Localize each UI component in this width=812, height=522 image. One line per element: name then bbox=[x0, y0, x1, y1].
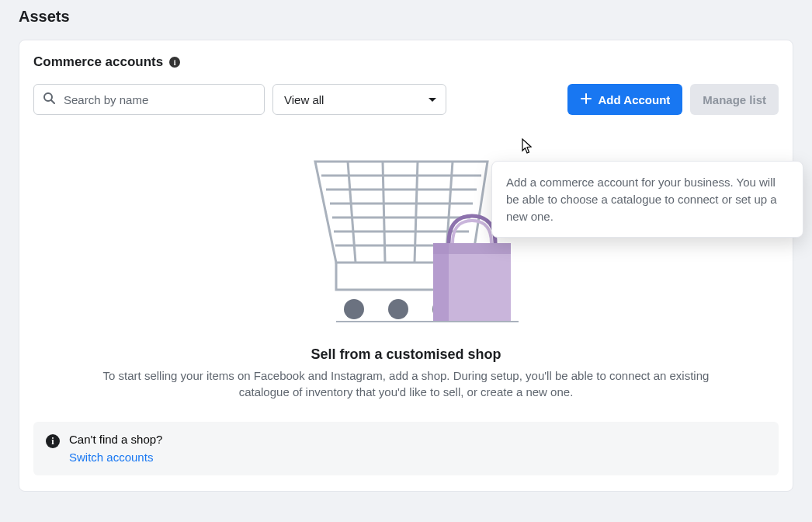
search-wrap bbox=[33, 84, 265, 115]
search-icon bbox=[43, 92, 55, 107]
search-input[interactable] bbox=[33, 84, 265, 115]
manage-list-button[interactable]: Manage list bbox=[690, 84, 779, 115]
card-title: Commerce accounts bbox=[33, 54, 163, 70]
add-account-tooltip: Add a commerce account for your business… bbox=[491, 161, 803, 238]
svg-rect-19 bbox=[433, 243, 449, 321]
svg-line-1 bbox=[51, 100, 54, 103]
empty-state-title: Sell from a customised shop bbox=[33, 346, 779, 363]
help-banner: i Can't find a shop? Switch accounts bbox=[33, 422, 779, 475]
plus-icon bbox=[580, 92, 592, 107]
info-icon: i bbox=[46, 434, 60, 448]
add-account-label: Add Account bbox=[599, 93, 671, 106]
switch-accounts-link[interactable]: Switch accounts bbox=[69, 451, 153, 464]
filter-select[interactable]: View all bbox=[272, 84, 446, 115]
svg-point-14 bbox=[344, 299, 364, 319]
filter-select-button[interactable]: View all bbox=[272, 84, 446, 115]
info-icon[interactable]: i bbox=[169, 57, 180, 68]
card-header: Commerce accounts i bbox=[33, 54, 779, 70]
manage-list-label: Manage list bbox=[703, 93, 766, 106]
svg-point-15 bbox=[388, 299, 408, 319]
add-account-button[interactable]: Add Account bbox=[567, 84, 683, 115]
commerce-accounts-card: Commerce accounts i View all Add Account bbox=[19, 40, 793, 492]
controls-row: View all Add Account Manage list bbox=[33, 84, 779, 115]
banner-title: Can't find a shop? bbox=[69, 433, 162, 446]
page-title: Assets bbox=[19, 0, 793, 40]
empty-state-description: To start selling your items on Facebook … bbox=[88, 367, 724, 400]
filter-selected-label: View all bbox=[284, 93, 324, 106]
chevron-down-icon bbox=[428, 92, 437, 106]
